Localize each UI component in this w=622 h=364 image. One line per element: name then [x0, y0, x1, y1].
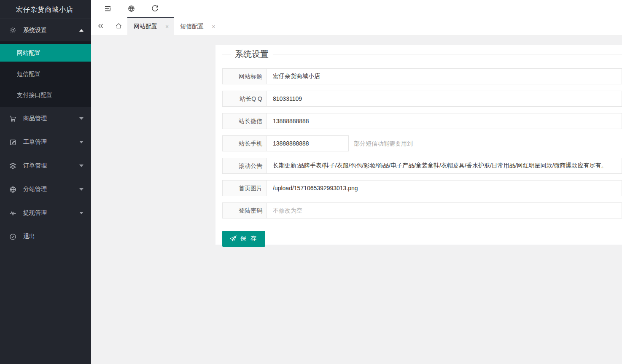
sidebar-item-label: 订单管理: [23, 162, 79, 170]
home-image-input[interactable]: [267, 181, 622, 196]
fieldset-divider: 系统设置: [222, 54, 622, 54]
chevron-down-icon: [79, 212, 83, 214]
site-title-input[interactable]: [267, 69, 622, 84]
sidebar: 宏仔杂货商城小店 系统设置 网站配置 短信配置 支付接口配置 商品管理: [0, 0, 91, 364]
work-order-icon: [9, 139, 16, 146]
top-toolbar: [91, 0, 622, 17]
page-title: 系统设置: [231, 49, 273, 60]
cart-icon: [9, 115, 16, 122]
admin-phone-input[interactable]: [267, 136, 348, 151]
circle-check-icon: [9, 233, 16, 240]
collapse-menu-icon[interactable]: [96, 0, 119, 17]
settings-panel: 系统设置 网站标题 站长Q Q 站长微信 站长手机 部分短信功能需要用到 滚动公…: [215, 45, 622, 245]
sidebar-item-payment-config[interactable]: 支付接口配置: [0, 86, 91, 104]
sidebar-item-label: 退出: [23, 233, 83, 240]
form-row-home-image: 首页图片: [222, 180, 622, 196]
field-hint: 部分短信功能需要用到: [354, 135, 413, 151]
field-label: 站长手机: [222, 135, 267, 151]
field-label: 站长Q Q: [222, 91, 267, 107]
scrolling-notice-input[interactable]: [267, 158, 622, 173]
field-label: 网站标题: [222, 68, 267, 84]
chevron-down-icon: [79, 117, 83, 120]
form-row-admin-phone: 站长手机 部分短信功能需要用到: [222, 135, 622, 151]
sidebar-item-work-order-management[interactable]: 工单管理: [0, 130, 91, 154]
sidebar-item-label: 分站管理: [23, 186, 79, 193]
sidebar-item-system-settings[interactable]: 系统设置: [0, 19, 91, 41]
sidebar-item-label: 系统设置: [23, 27, 79, 34]
sidebar-item-label: 工单管理: [23, 138, 79, 146]
tab-site-config[interactable]: 网站配置 ×: [127, 17, 174, 35]
field-label: 站长微信: [222, 113, 267, 129]
form-row-admin-qq: 站长Q Q: [222, 91, 622, 107]
sidebar-item-withdrawal-management[interactable]: 提现管理: [0, 201, 91, 225]
sidebar-item-sms-config[interactable]: 短信配置: [0, 65, 91, 83]
form-row-admin-wechat: 站长微信: [222, 113, 622, 129]
form-row-site-title: 网站标题: [222, 68, 622, 84]
gear-icon: [9, 27, 16, 34]
sidebar-item-substation-management[interactable]: 分站管理: [0, 178, 91, 201]
close-icon[interactable]: ×: [165, 24, 169, 30]
form-row-scrolling-notice: 滚动公告: [222, 158, 622, 174]
close-icon[interactable]: ×: [212, 24, 215, 30]
pulse-icon: [9, 210, 16, 217]
sidebar-item-site-config[interactable]: 网站配置: [0, 44, 91, 62]
login-password-input[interactable]: [267, 203, 622, 218]
field-label: 首页图片: [222, 180, 267, 196]
tab-bar: 网站配置 × 短信配置 ×: [91, 17, 622, 35]
chevron-down-icon: [79, 141, 83, 143]
form-row-login-password: 登陆密码: [222, 202, 622, 218]
sidebar-item-label: 提现管理: [23, 209, 79, 217]
tab-label: 短信配置: [180, 23, 204, 30]
admin-wechat-input[interactable]: [267, 113, 622, 129]
app-logo: 宏仔杂货商城小店: [0, 0, 91, 19]
save-button[interactable]: 保 存: [222, 231, 265, 247]
sidebar-item-product-management[interactable]: 商品管理: [0, 107, 91, 130]
chevron-down-icon: [79, 188, 83, 191]
chevron-down-icon: [79, 164, 83, 167]
save-button-label: 保 存: [240, 235, 258, 243]
home-icon[interactable]: [110, 17, 127, 35]
sidebar-item-logout[interactable]: 退出: [0, 225, 91, 248]
field-label: 登陆密码: [222, 202, 267, 218]
sidebar-item-label: 商品管理: [23, 115, 79, 122]
tab-label: 网站配置: [134, 23, 157, 30]
refresh-icon[interactable]: [143, 0, 167, 17]
system-settings-submenu: 网站配置 短信配置 支付接口配置: [0, 41, 91, 107]
sidebar-item-order-management[interactable]: 订单管理: [0, 154, 91, 178]
admin-qq-input[interactable]: [267, 91, 622, 106]
send-icon: [230, 235, 237, 242]
globe-icon: [9, 186, 16, 193]
tab-sms-config[interactable]: 短信配置 ×: [174, 17, 220, 35]
double-chevron-left-icon[interactable]: [91, 17, 110, 35]
globe-icon[interactable]: [119, 0, 143, 17]
settings-form: 网站标题 站长Q Q 站长微信 站长手机 部分短信功能需要用到 滚动公告 首页图…: [222, 68, 622, 247]
layers-icon: [9, 162, 16, 170]
field-label: 滚动公告: [222, 158, 267, 174]
chevron-up-icon: [79, 29, 83, 32]
